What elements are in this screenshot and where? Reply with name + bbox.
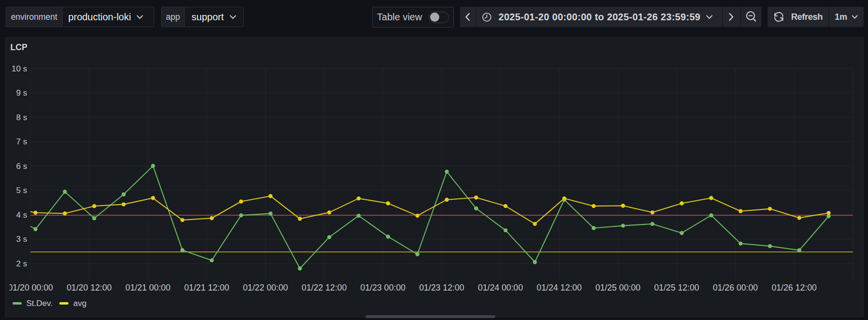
svg-text:01/23 12:00: 01/23 12:00: [419, 283, 464, 292]
svg-text:01/21 00:00: 01/21 00:00: [125, 283, 171, 292]
svg-text:4 s: 4 s: [16, 210, 27, 220]
svg-text:01/22 00:00: 01/22 00:00: [243, 283, 288, 292]
svg-text:01/26 12:00: 01/26 12:00: [772, 283, 817, 292]
svg-text:2 s: 2 s: [16, 259, 27, 268]
svg-text:01/21 12:00: 01/21 12:00: [184, 283, 230, 292]
svg-text:01/24 12:00: 01/24 12:00: [537, 283, 582, 292]
svg-text:3 s: 3 s: [16, 235, 27, 244]
svg-text:01/25 12:00: 01/25 12:00: [654, 283, 699, 292]
svg-text:01/25 00:00: 01/25 00:00: [595, 283, 640, 292]
svg-text:01/20 00:00: 01/20 00:00: [8, 283, 53, 292]
svg-text:8 s: 8 s: [16, 113, 27, 122]
svg-text:01/24 00:00: 01/24 00:00: [478, 283, 523, 292]
svg-text:7 s: 7 s: [16, 137, 27, 146]
svg-text:9 s: 9 s: [16, 88, 27, 97]
svg-text:5 s: 5 s: [16, 186, 27, 195]
svg-text:01/22 12:00: 01/22 12:00: [301, 283, 347, 292]
svg-text:01/23 00:00: 01/23 00:00: [360, 283, 406, 292]
svg-text:6 s: 6 s: [16, 162, 27, 171]
svg-text:01/20 12:00: 01/20 12:00: [67, 283, 112, 292]
svg-text:10 s: 10 s: [12, 64, 27, 73]
svg-text:01/26 00:00: 01/26 00:00: [713, 283, 758, 292]
